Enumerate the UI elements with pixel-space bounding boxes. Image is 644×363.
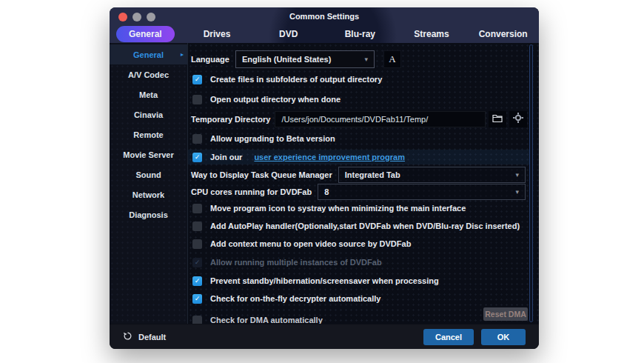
task-queue-row: Way to Display Task Queue Manager Integr… <box>191 167 526 183</box>
sidebar-item-meta[interactable]: Meta <box>110 84 187 104</box>
font-button[interactable]: A <box>383 50 401 68</box>
sidebar-item-label: Meta <box>139 90 158 99</box>
window-body: General▸ A/V Codec Meta Cinavia Remote M… <box>110 43 539 324</box>
checkbox[interactable]: ✓ <box>192 222 202 231</box>
traffic-lights <box>118 13 155 21</box>
sidebar-item-diagnosis[interactable]: Diagnosis <box>110 204 187 224</box>
checkbox-row-context-menu: ✓ Add context menu to open video source … <box>192 238 527 250</box>
language-select[interactable]: English (United States) ▾ <box>235 50 375 68</box>
chevron-right-icon: ▸ <box>181 51 184 58</box>
sidebar-item-label: Diagnosis <box>129 210 168 219</box>
sidebar-item-sound[interactable]: Sound <box>110 164 187 184</box>
checkbox-row-multiple-instances: ✓ Allow running multiple instances of DV… <box>192 256 527 268</box>
temp-directory-label: Temporary Directory <box>191 115 270 124</box>
sidebar-item-movie-server[interactable]: Movie Server <box>110 144 187 164</box>
tab-general[interactable]: General <box>110 26 181 42</box>
default-label: Default <box>138 333 166 342</box>
tab-bar: General Drives DVD Blu-ray Streams Conve… <box>110 26 539 42</box>
checkbox-row-systray: ✓ Move program icon to systray when mini… <box>192 202 527 214</box>
temp-settings-button[interactable] <box>509 111 527 127</box>
task-queue-label: Way to Display Task Queue Manager <box>191 170 332 179</box>
checkbox[interactable]: ✓ <box>192 95 202 104</box>
checkbox-label: Create files in subfolders of output dir… <box>210 75 382 84</box>
check-icon: ✓ <box>195 259 201 266</box>
checkbox-label: Add context menu to open video source by… <box>210 239 411 248</box>
sidebar-item-general[interactable]: General▸ <box>110 44 187 64</box>
checkbox-label: Check for on-the-fly decrypter automatic… <box>210 294 380 303</box>
desktop-background: Common Settings General Drives DVD Blu-r… <box>0 0 644 363</box>
improvement-program-link[interactable]: user experience improvement program <box>254 153 405 161</box>
tab-label: Drives <box>204 27 231 41</box>
checkbox[interactable]: ✓ <box>192 134 202 144</box>
sidebar-item-label: Cinavia <box>134 110 163 119</box>
checkbox[interactable]: ✓ <box>192 153 202 162</box>
ok-button[interactable]: OK <box>481 329 526 345</box>
checkbox-label: Move program icon to systray when minimi… <box>210 204 466 213</box>
checkbox-label: Open output directory when done <box>210 95 341 104</box>
cancel-button[interactable]: Cancel <box>423 329 474 345</box>
window-title: Common Settings <box>110 7 539 26</box>
checkbox-label: Allow upgrading to Beta version <box>210 134 335 143</box>
default-button[interactable]: Default <box>123 331 166 342</box>
checkbox-label: Check for DMA automatically <box>210 316 323 324</box>
checkbox-row-dma: ✓ Check for DMA automatically <box>192 314 527 324</box>
check-icon: ✓ <box>195 76 201 83</box>
chevron-down-icon: ▾ <box>515 188 519 196</box>
sidebar-item-label: Movie Server <box>123 150 173 159</box>
checkbox-row-beta: ✓ Allow upgrading to Beta version <box>192 133 527 144</box>
checkbox[interactable]: ✓ <box>192 239 202 249</box>
cpu-cores-label: CPU cores running for DVDFab <box>191 187 312 196</box>
scrollbar[interactable] <box>529 44 533 322</box>
tab-conversion[interactable]: Conversion <box>467 27 539 41</box>
sidebar-item-cinavia[interactable]: Cinavia <box>110 104 187 124</box>
checkbox-label: Add AutoPlay handler(Optionally,start DV… <box>210 222 520 230</box>
task-queue-select[interactable]: Integrated Tab ▾ <box>338 167 526 183</box>
cpu-cores-value: 8 <box>324 187 329 196</box>
checkbox-row-prevent-standby: ✓ Prevent standby/hibernation/screensave… <box>192 275 527 287</box>
cpu-cores-row: CPU cores running for DVDFab 8 ▾ <box>191 184 526 200</box>
zoom-button[interactable] <box>147 13 155 21</box>
sidebar: General▸ A/V Codec Meta Cinavia Remote M… <box>110 43 187 324</box>
browse-folder-button[interactable] <box>489 111 506 127</box>
checkbox-row-decrypter: ✓ Check for on-the-fly decrypter automat… <box>192 293 527 304</box>
footer-bar: Default Cancel OK <box>110 324 539 349</box>
temp-directory-row: Temporary Directory /Users/jon/Documents… <box>191 111 527 127</box>
checkbox[interactable]: ✓ <box>192 276 202 286</box>
sidebar-item-label: Remote <box>133 130 163 139</box>
checkbox-row-improvement-program: ✓ Join our user experience improvement p… <box>188 150 531 164</box>
minimize-button[interactable] <box>133 13 141 21</box>
checkbox[interactable]: ✓ <box>192 75 202 84</box>
chevron-down-icon: ▾ <box>364 56 368 63</box>
tab-drives[interactable]: Drives <box>181 27 253 41</box>
close-button[interactable] <box>118 13 127 21</box>
settings-window: Common Settings General Drives DVD Blu-r… <box>110 7 539 349</box>
settings-panel: Language English (United States) ▾ A ✓ C… <box>187 43 539 324</box>
cpu-cores-select[interactable]: 8 ▾ <box>318 184 526 200</box>
chevron-down-icon: ▾ <box>515 171 519 179</box>
window-header: Common Settings General Drives DVD Blu-r… <box>110 7 539 43</box>
check-icon: ✓ <box>195 278 201 284</box>
tab-label: DVD <box>279 27 298 41</box>
tab-label: Blu-ray <box>345 27 375 41</box>
checkbox[interactable]: ✓ <box>192 204 202 213</box>
sidebar-item-label: General <box>133 50 164 59</box>
language-row: Language English (United States) ▾ A <box>191 50 401 68</box>
sidebar-item-label: Sound <box>135 170 161 179</box>
tab-bluray[interactable]: Blu-ray <box>324 27 396 41</box>
temp-directory-input[interactable]: /Users/jon/Documents/DVDFab11/Temp/ <box>275 111 486 127</box>
sidebar-item-remote[interactable]: Remote <box>110 124 187 144</box>
gear-icon <box>513 113 523 126</box>
checkbox-label: Allow running multiple instances of DVDF… <box>210 258 382 267</box>
sidebar-item-av-codec[interactable]: A/V Codec <box>110 64 187 84</box>
checkbox-row-autoplay: ✓ Add AutoPlay handler(Optionally,start … <box>192 220 527 232</box>
checkbox-label: Join our <box>210 153 242 161</box>
tab-streams[interactable]: Streams <box>396 27 468 41</box>
checkbox[interactable]: ✓ <box>192 294 202 304</box>
sidebar-item-network[interactable]: Network <box>110 184 187 204</box>
checkbox-row-open-output: ✓ Open output directory when done <box>192 93 527 105</box>
folder-icon <box>492 113 503 126</box>
tab-label: Conversion <box>479 27 528 41</box>
tab-dvd[interactable]: DVD <box>252 27 324 41</box>
tab-label: General <box>116 26 175 42</box>
checkbox[interactable]: ✓ <box>192 316 202 324</box>
